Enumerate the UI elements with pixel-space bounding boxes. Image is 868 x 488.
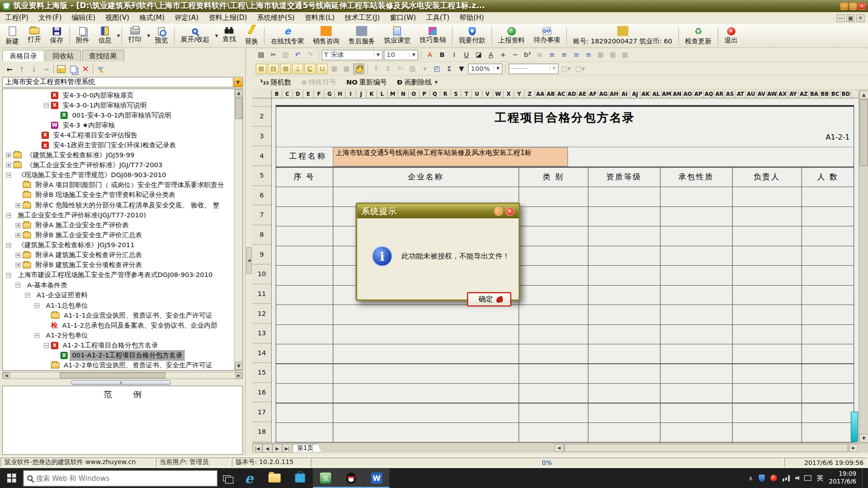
taskbar-clock[interactable]: 19:09 2017/6/6 [829,470,857,486]
ok-button[interactable]: 确定 [467,292,511,307]
column-header-BC[interactable]: BC [830,90,841,98]
tree-item[interactable]: X001-A1-2-1工程项目合格分包方名录 [3,351,233,361]
column-header-AW[interactable]: AW [767,90,778,98]
column-header-AR[interactable]: AR [714,90,725,98]
toolbar-button-binoculars[interactable]: 查找 [218,28,240,43]
toolbar-button-todo-badge[interactable]: DO待办事项 [529,28,565,45]
tree-item[interactable]: +附录A 建筑施工安全检查评分汇总表 [3,250,233,260]
border-settings-icon[interactable]: ◰ [431,63,443,74]
toolbar-button-expand-magnifier[interactable]: 展开/收起 [176,28,214,44]
column-header-AV[interactable]: AV [756,90,767,98]
column-header-AF[interactable]: AF [588,90,598,98]
toolbar-button-new-doc[interactable]: 新建 [1,26,23,46]
column-header-X[interactable]: X [504,90,514,98]
row-header-5[interactable]: 5 [252,166,271,186]
dropdown-caret-icon[interactable]: ▼ [117,34,120,38]
paste-icon[interactable]: ▥ [280,50,292,60]
sheet-nav-button[interactable]: ▶ [272,443,282,452]
remove-icon[interactable]: − [509,50,521,60]
tree-item[interactable]: +《建筑施工安全检查标准》JGJ59-99 [3,150,233,160]
tree-vertical-scrollbar[interactable]: ▲ ▼ [234,89,242,370]
column-header-D[interactable]: D [293,90,303,98]
toolbar-button-pay-shield[interactable]: ¥我要付款 [454,27,490,45]
tree-expander-icon[interactable]: − [25,293,30,298]
bold-icon[interactable]: B [436,50,448,60]
taskbar-app-explorer[interactable] [262,468,287,488]
cut-icon[interactable]: ✂ [268,50,279,60]
tree-expander-icon[interactable]: + [15,253,20,258]
font-color-icon[interactable]: A [425,50,436,60]
row-header-17[interactable]: 17 [252,403,271,422]
column-header-E[interactable]: E [303,90,314,98]
taskbar-app-store[interactable] [287,468,312,488]
tree-expander-icon[interactable]: − [6,243,11,248]
input-language-indicator[interactable]: 英 [817,474,824,483]
merge-down-icon[interactable]: ⊔ [317,63,328,74]
column-header-I[interactable]: I [345,90,356,98]
row-header-3[interactable]: 3 [252,127,271,146]
fill-color-picker[interactable]: ▢▾ [574,63,587,74]
lock-icon[interactable] [353,63,364,74]
scroll-up-icon[interactable]: ▲ [235,89,243,97]
column-header-AS[interactable]: AS [725,90,735,98]
network-icon[interactable] [783,475,790,481]
column-header-AB[interactable]: AB [546,90,556,98]
tab-查找结果[interactable]: 查找结果 [82,50,124,61]
chevron-down-icon[interactable]: ▼ [494,66,502,71]
column-header-P[interactable]: P [419,90,429,98]
format-brush-icon[interactable]: ✄ [395,63,406,74]
special-重新编号[interactable]: NO重新编号 [342,78,391,87]
insert-row-icon[interactable]: ⊟ [268,63,279,74]
column-header-L[interactable]: L [377,90,387,98]
column-header-H[interactable]: H [335,90,345,98]
splitter-collapse-icon[interactable]: ◀ [246,247,252,274]
column-header-AZ[interactable]: AZ [799,90,809,98]
nav-forward-icon[interactable]: → [41,64,51,74]
tree-item[interactable]: −X安4-3-0-1内部审核填写说明 [3,100,233,110]
example-collapse-handle[interactable]: ∨ [71,380,171,385]
insert-icon[interactable]: + [497,50,509,60]
chevron-down-icon[interactable]: ▼ [409,52,417,57]
merge-b-icon[interactable]: ▦ [607,50,618,60]
tree-item[interactable]: X安4-1政府主管部门安全(环保)检查记录表 [3,140,233,150]
row-spacing-icon[interactable]: ↕ [371,63,382,74]
column-header-J[interactable]: J [356,90,367,98]
tree-expander-icon[interactable]: + [15,233,20,238]
filter-icon[interactable] [95,64,105,74]
fill-pattern-icon[interactable]: ▨ [407,63,418,74]
tree-item[interactable]: +附录B 施工企业安全生产评价汇总表 [3,230,233,240]
tree-item[interactable]: −上海市建设工程现场施工安全生产管理参考表式DGJ08-903-2010 [3,270,233,280]
column-header-M[interactable]: M [388,90,398,98]
sheet-nav-button[interactable]: ▶| [282,443,292,452]
column-header-B[interactable]: B [272,90,282,98]
tree-expander-icon[interactable]: − [44,103,49,108]
zoom-select[interactable]: 100% ▼ [468,63,502,74]
tab-表格目录[interactable]: 表格目录 [2,50,44,61]
line-style-select[interactable]: ──── ▼ [509,63,558,74]
grid-horizontal-scrollbar[interactable]: ◀ ▶ [555,444,858,452]
search-input[interactable] [36,474,214,482]
column-header-AX[interactable]: AX [778,90,788,98]
chevron-down-icon[interactable]: ▼ [550,66,558,71]
minimize-button[interactable]: − [840,3,848,10]
tree-expander-icon[interactable]: + [15,203,20,208]
toolbar-button-account-person[interactable]: 账号: 18292000427 筑业币: 60 [569,26,677,46]
column-header-AY[interactable]: AY [788,90,798,98]
column-header-AG[interactable]: AG [599,90,609,98]
column-header-AU[interactable]: AU [746,90,756,98]
insert-col-left-icon[interactable]: ⊞ [256,63,267,74]
close-button[interactable]: ✕ [858,3,866,10]
scroll-down-icon[interactable]: ▼ [859,434,868,443]
menu-item[interactable]: 文件(F) [33,12,67,24]
scroll-up-icon[interactable]: ▲ [859,90,868,99]
sheet-nav-button[interactable]: |◀ [252,443,262,452]
start-button[interactable] [0,468,24,488]
menu-item[interactable]: 工程(P) [0,12,33,24]
undo-icon[interactable]: ↶ [292,50,304,60]
dropdown-caret-icon[interactable]: ▼ [147,34,151,38]
italic-icon[interactable]: I [448,50,460,60]
column-header-AJ[interactable]: AJ [630,90,641,98]
tree-expander-icon[interactable]: − [6,173,11,178]
menu-item[interactable]: 视图(V) [100,12,134,24]
menu-item[interactable]: 评定(A) [170,12,203,24]
